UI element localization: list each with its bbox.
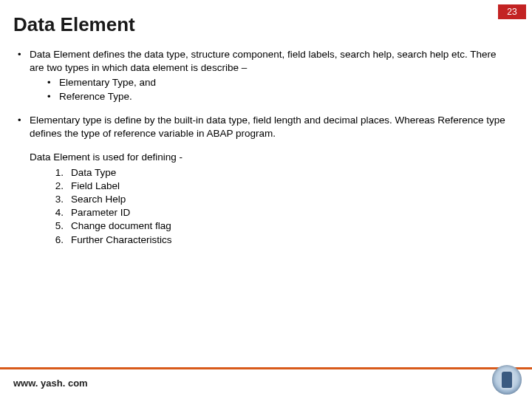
list-text: Field Label	[71, 180, 120, 191]
list-number: 4.	[46, 206, 64, 219]
list-number: 1.	[46, 166, 64, 180]
footer-url: www. yash. com	[13, 378, 88, 389]
defining-block: Data Element is used for defining - 1.Da…	[30, 151, 511, 247]
company-logo	[492, 365, 522, 395]
list-item: 2.Field Label	[46, 180, 511, 193]
list-number: 5.	[46, 219, 64, 233]
logo-icon	[502, 372, 512, 388]
bullet-text: Elementary type is define by the built-i…	[30, 115, 505, 139]
list-number: 6.	[46, 233, 64, 247]
bullet-item: Data Element defines the data type, stru…	[16, 48, 511, 103]
footer-divider	[0, 367, 532, 369]
list-number: 2.	[46, 180, 64, 193]
bullet-list: Data Element defines the data type, stru…	[16, 48, 511, 140]
list-text: Parameter ID	[71, 207, 130, 218]
list-item: 5.Change document flag	[46, 219, 511, 233]
list-item: 6.Further Characteristics	[46, 233, 511, 247]
list-text: Further Characteristics	[71, 234, 172, 245]
list-text: Change document flag	[71, 220, 171, 231]
sub-bullet-item: Reference Type.	[46, 90, 511, 103]
list-text: Search Help	[71, 194, 126, 205]
sub-bullet-list: Elementary Type, and Reference Type.	[30, 76, 511, 103]
list-item: 4.Parameter ID	[46, 206, 511, 219]
page-number-badge: 23	[498, 4, 526, 19]
list-item: 3.Search Help	[46, 193, 511, 206]
page-title: Data Element	[0, 0, 532, 44]
numbered-list: 1.Data Type 2.Field Label 3.Search Help …	[30, 166, 511, 247]
slide-content: Data Element defines the data type, stru…	[0, 44, 532, 247]
bullet-text: Data Element defines the data type, stru…	[30, 49, 497, 73]
sub-bullet-item: Elementary Type, and	[46, 76, 511, 89]
list-item: 1.Data Type	[46, 166, 511, 180]
defining-intro: Data Element is used for defining -	[30, 151, 511, 164]
list-number: 3.	[46, 193, 64, 206]
bullet-item: Elementary type is define by the built-i…	[16, 114, 511, 140]
list-text: Data Type	[71, 167, 116, 178]
